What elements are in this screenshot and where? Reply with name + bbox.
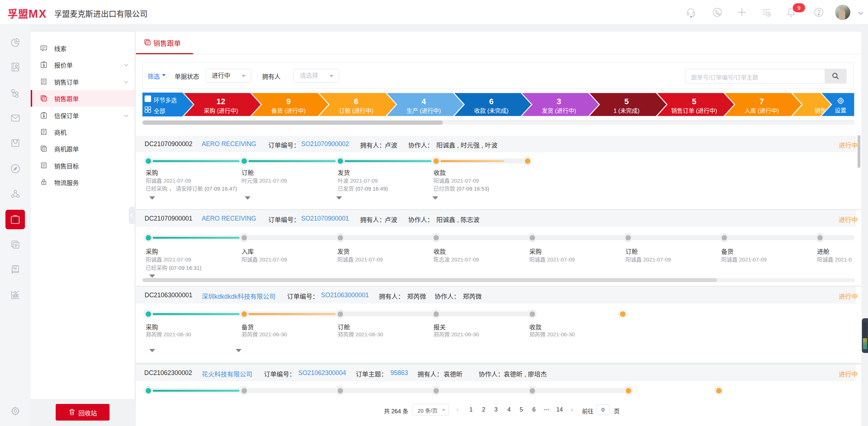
svg-text:$: $: [43, 114, 45, 118]
svg-text:6: 6: [354, 97, 358, 106]
svg-text:收款 (未完成): 收款 (未完成): [474, 108, 508, 114]
svg-text:3: 3: [557, 97, 561, 106]
svg-text:采购 (进行中): 采购 (进行中): [204, 108, 238, 114]
svg-text:9: 9: [286, 97, 291, 106]
svg-text:订舱 (进行中): 订舱 (进行中): [339, 108, 373, 114]
svg-text:7: 7: [760, 97, 764, 106]
svg-text:备货 (进行中): 备货 (进行中): [271, 108, 305, 114]
svg-text:4: 4: [422, 97, 426, 106]
svg-text:$: $: [43, 63, 45, 67]
svg-text:6: 6: [489, 97, 493, 106]
svg-text:销售订单 (进行中): 销售订单 (进行中): [671, 108, 717, 114]
svg-text:入库 (进行中): 入库 (进行中): [744, 108, 779, 114]
svg-text:5: 5: [692, 97, 696, 106]
svg-text:12: 12: [217, 97, 225, 106]
svg-text:发货 (进行中): 发货 (进行中): [542, 108, 576, 114]
svg-text:生产 (进行中): 生产 (进行中): [406, 108, 441, 114]
svg-text:5: 5: [624, 97, 629, 106]
svg-text:$: $: [14, 217, 17, 223]
svg-text:1 (未完成): 1 (未完成): [613, 108, 640, 114]
